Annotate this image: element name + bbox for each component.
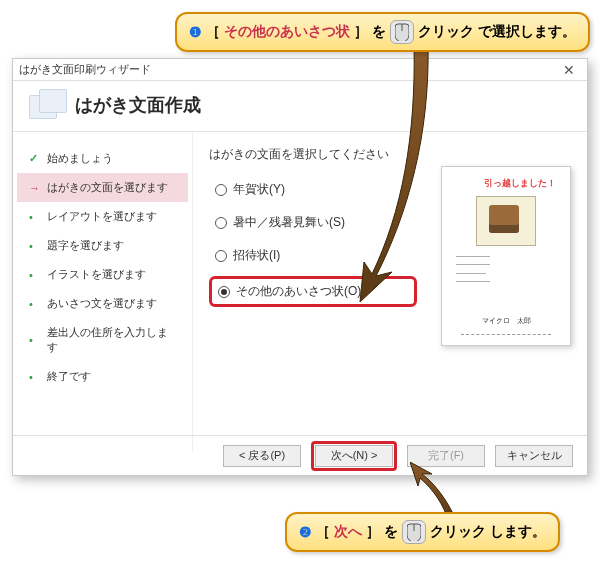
mouse-icon (390, 20, 414, 44)
preview-title: 引っ越しました！ (484, 177, 556, 190)
step-greeting[interactable]: あいさつ文を選びます (17, 289, 188, 318)
mouse-icon (402, 520, 426, 544)
callout-num: ❷ (299, 524, 312, 540)
close-icon[interactable]: ✕ (557, 62, 581, 78)
wizard-header: はがき文面作成 (13, 81, 587, 132)
cancel-button[interactable]: キャンセル (495, 445, 573, 467)
arrow-to-option (358, 44, 458, 304)
window-title: はがき文面印刷ウィザード (19, 62, 151, 77)
radio-icon (215, 184, 227, 196)
step-illust[interactable]: イラストを選びます (17, 260, 188, 289)
radio-icon (218, 286, 230, 298)
page-title: はがき文面作成 (75, 93, 201, 117)
titlebar: はがき文面印刷ウィザード ✕ (13, 59, 587, 81)
wizard-footer: < 戻る(P) 次へ(N) > 完了(F) キャンセル (13, 435, 587, 475)
radio-icon (215, 250, 227, 262)
document-icon (29, 89, 65, 121)
preview-footer-line (461, 334, 551, 335)
radio-icon (215, 217, 227, 229)
step-layout[interactable]: レイアウトを選びます (17, 202, 188, 231)
step-daiji[interactable]: 題字を選びます (17, 231, 188, 260)
next-button[interactable]: 次へ(N) > (315, 445, 393, 467)
preview-signature: マイクロ 太郎 (482, 316, 531, 326)
next-button-highlight: 次へ(N) > (311, 441, 397, 471)
step-finish[interactable]: 終了です (17, 362, 188, 391)
callout-step1: ❶ ［その他のあいさつ状］ を クリックで選択します。 (175, 12, 590, 52)
postcard-preview: 引っ越しました！ ───────────────────────────────… (441, 166, 571, 346)
preview-illustration (476, 196, 536, 246)
step-address[interactable]: 差出人の住所を入力します (17, 318, 188, 362)
step-start[interactable]: 始めましょう (17, 144, 188, 173)
callout-step2: ❷ ［次へ］ を クリックします。 (285, 512, 560, 552)
callout-num: ❶ (189, 24, 202, 40)
wizard-window: はがき文面印刷ウィザード ✕ はがき文面作成 始めましょう はがきの文面を選びま… (12, 58, 588, 476)
back-button[interactable]: < 戻る(P) (223, 445, 301, 467)
step-select-bunmen[interactable]: はがきの文面を選びます (17, 173, 188, 202)
wizard-steps-sidebar: 始めましょう はがきの文面を選びます レイアウトを選びます 題字を選びます イラ… (13, 132, 193, 452)
